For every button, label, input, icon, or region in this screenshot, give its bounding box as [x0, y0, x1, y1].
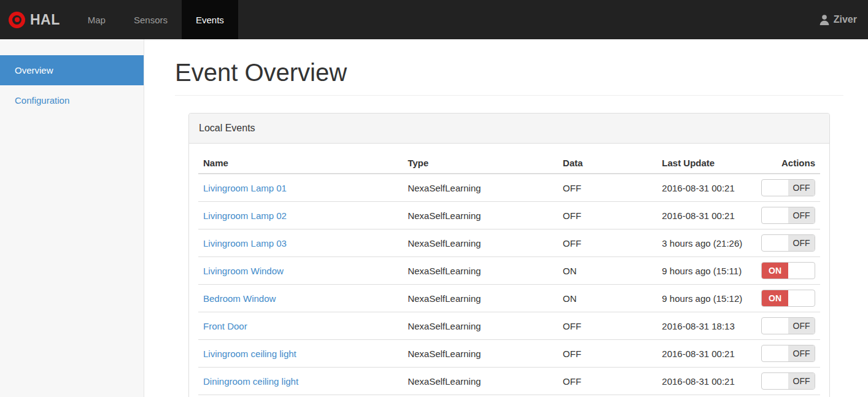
event-actions-cell: OFF [756, 202, 820, 229]
top-navbar: HAL Map Sensors Events Ziver [0, 0, 868, 39]
panel-title: Local Events [189, 114, 829, 144]
event-type-cell: NexaSelfLearning [403, 340, 558, 368]
switch-off-side: OFF [788, 207, 815, 223]
switch-off-side [788, 290, 815, 306]
event-actions-cell: ON [756, 257, 820, 285]
table-row: Livingroom Lamp 01 NexaSelfLearning OFF … [198, 174, 820, 202]
event-last-update-cell: 2016-08-31 00:21 [657, 368, 756, 395]
switch-on-side [762, 235, 788, 251]
action-switch[interactable]: OFF [761, 345, 815, 362]
event-type-cell: NexaSelfLearning [403, 229, 558, 257]
event-name-link[interactable]: Livingroom Lamp 01 [203, 183, 287, 193]
nav-item-map[interactable]: Map [74, 0, 120, 39]
event-data-cell: OFF [558, 229, 657, 257]
event-data-cell: ON [558, 257, 657, 285]
event-type-cell: NexaSelfLearning [403, 368, 558, 395]
event-name-cell: Kitchen ceiling light [198, 395, 403, 397]
table-row: Livingroom Lamp 03 NexaSelfLearning OFF … [198, 229, 820, 257]
event-name-link[interactable]: Livingroom ceiling light [203, 349, 296, 359]
table-row: Front Door NexaSelfLearning OFF 2016-08-… [198, 312, 820, 340]
switch-off-side: OFF [788, 345, 815, 361]
event-name-cell: Front Door [198, 312, 403, 340]
event-data-cell: OFF [558, 202, 657, 229]
action-switch[interactable]: OFF [761, 234, 815, 252]
sidebar-item-label: Overview [15, 65, 53, 75]
event-last-update-cell: 2016-08-31 00:21 [657, 395, 756, 397]
sidebar: Overview Configuration [0, 39, 144, 397]
table-row: Livingroom Window NexaSelfLearning ON 9 … [198, 257, 820, 285]
header-name: Name [198, 153, 403, 174]
event-type-cell: NexaSelfLearning [403, 312, 558, 340]
event-name-link[interactable]: Livingroom Lamp 02 [203, 210, 287, 221]
event-last-update-cell: 9 hours ago (15:11) [657, 257, 756, 285]
event-data-cell: OFF [558, 368, 657, 395]
event-type-cell: NexaSelfLearning [403, 395, 558, 397]
action-switch[interactable]: OFF [761, 317, 815, 334]
event-actions-cell: OFF [756, 395, 820, 397]
event-data-cell: ON [558, 285, 657, 312]
event-last-update-cell: 2016-08-31 18:13 [657, 312, 756, 340]
event-name-cell: Livingroom Window [198, 257, 403, 285]
event-data-cell: OFF [558, 312, 657, 340]
table-row: Bedroom Window NexaSelfLearning ON 9 hou… [198, 285, 820, 312]
switch-on-side [762, 180, 788, 196]
event-actions-cell: OFF [756, 368, 820, 395]
event-name-cell: Livingroom Lamp 01 [198, 174, 403, 202]
event-last-update-cell: 2016-08-31 00:21 [657, 174, 756, 202]
event-actions-cell: OFF [756, 312, 820, 340]
event-actions-cell: OFF [756, 229, 820, 257]
switch-off-side: OFF [788, 318, 815, 334]
main-content: Event Overview Local Events Name Type Da… [144, 39, 868, 397]
person-silhouette-icon [819, 14, 830, 25]
action-switch[interactable]: ON [761, 290, 815, 307]
page-title: Event Overview [175, 54, 843, 96]
event-last-update-cell: 2016-08-31 00:21 [657, 340, 756, 368]
event-type-cell: NexaSelfLearning [403, 257, 558, 285]
switch-on-side [762, 318, 788, 334]
sidebar-item-label: Configuration [15, 95, 69, 106]
primary-nav: Map Sensors Events [74, 0, 238, 39]
event-name-link[interactable]: Bedroom Window [203, 293, 276, 304]
user-menu[interactable]: Ziver [819, 0, 868, 39]
header-last-update: Last Update [657, 153, 756, 174]
event-actions-cell: OFF [756, 174, 820, 202]
switch-off-side: OFF [788, 180, 815, 196]
event-type-cell: NexaSelfLearning [403, 285, 558, 312]
event-name-link[interactable]: Front Door [203, 321, 247, 331]
brand[interactable]: HAL [0, 0, 68, 39]
user-name: Ziver [834, 14, 857, 25]
switch-on-side: ON [762, 263, 788, 279]
panel-body: Name Type Data Last Update Actions Livin… [189, 144, 829, 397]
switch-off-side [788, 263, 815, 279]
switch-off-side: OFF [788, 373, 815, 389]
nav-item-events[interactable]: Events [182, 0, 238, 39]
sidebar-item-overview[interactable]: Overview [0, 55, 144, 85]
event-type-cell: NexaSelfLearning [403, 202, 558, 229]
switch-on-side [762, 207, 788, 223]
events-table-body: Livingroom Lamp 01 NexaSelfLearning OFF … [198, 174, 820, 397]
event-name-link[interactable]: Diningroom ceiling light [203, 376, 298, 387]
hal-bullseye-icon [9, 12, 25, 28]
local-events-panel: Local Events Name Type Data Last Update … [188, 113, 830, 397]
event-name-cell: Livingroom ceiling light [198, 340, 403, 368]
header-data: Data [558, 153, 657, 174]
sidebar-item-configuration[interactable]: Configuration [0, 85, 144, 115]
event-name-link[interactable]: Livingroom Lamp 03 [203, 238, 287, 249]
action-switch[interactable]: OFF [761, 179, 815, 196]
event-last-update-cell: 2016-08-31 00:21 [657, 202, 756, 229]
nav-item-sensors[interactable]: Sensors [120, 0, 182, 39]
event-actions-cell: ON [756, 285, 820, 312]
event-type-cell: NexaSelfLearning [403, 174, 558, 202]
switch-off-side: OFF [788, 235, 815, 251]
action-switch[interactable]: OFF [761, 207, 815, 224]
action-switch[interactable]: ON [761, 262, 815, 279]
table-row: Livingroom Lamp 02 NexaSelfLearning OFF … [198, 202, 820, 229]
switch-on-side [762, 345, 788, 361]
event-data-cell: OFF [558, 395, 657, 397]
event-data-cell: OFF [558, 340, 657, 368]
events-table: Name Type Data Last Update Actions Livin… [198, 153, 820, 397]
event-name-link[interactable]: Livingroom Window [203, 266, 284, 276]
table-row: Diningroom ceiling light NexaSelfLearnin… [198, 368, 820, 395]
action-switch[interactable]: OFF [761, 372, 815, 390]
brand-label: HAL [30, 12, 60, 28]
